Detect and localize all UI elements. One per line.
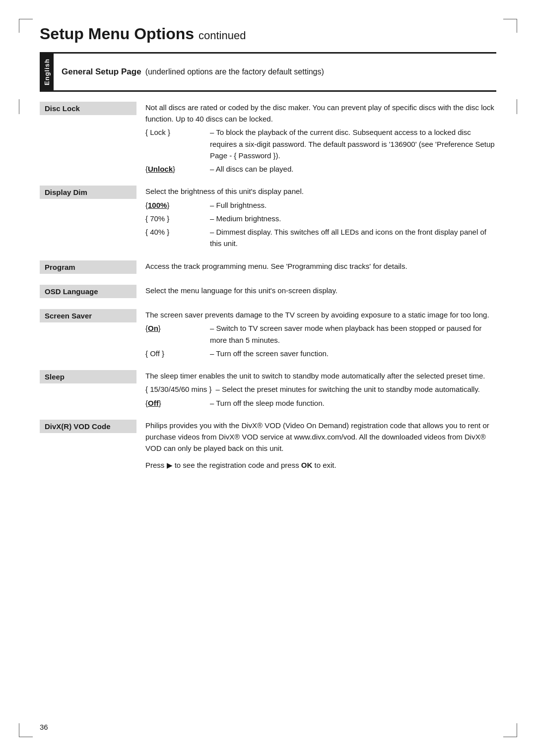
menu-label: Sleep: [40, 370, 136, 383]
menu-description-text: The screen saver prevents damage to the …: [145, 309, 496, 320]
corner-decoration: [517, 723, 517, 737]
option-desc: – Switch to TV screen saver mode when pl…: [210, 322, 496, 346]
menu-rows-container: Disc LockNot all discs are rated or code…: [40, 102, 496, 473]
option-key: {On}: [145, 322, 210, 334]
option-desc: – Turn off the screen saver function.: [210, 348, 496, 359]
option-desc: – Select the preset minutes for switchin…: [215, 383, 496, 395]
corner-decoration: [19, 19, 33, 19]
page-number: 36: [40, 723, 48, 731]
option-row: {Off}– Turn off the sleep mode function.: [145, 397, 496, 409]
menu-description: Not all discs are rated or coded by the …: [145, 102, 496, 175]
corner-decoration: [503, 737, 517, 737]
menu-description: Access the track programming menu. See '…: [145, 260, 496, 274]
menu-description: The sleep timer enables the unit to swit…: [145, 370, 496, 409]
menu-description-text: Select the menu language for this unit's…: [145, 285, 496, 296]
menu-extra-text: Press ▶ to see the registration code and…: [145, 459, 496, 471]
menu-row: DivX(R) VOD CodePhilips provides you wit…: [40, 420, 496, 473]
menu-row: SleepThe sleep timer enables the unit to…: [40, 370, 496, 409]
page-container: Setup Menu Options continued English Gen…: [0, 0, 536, 756]
option-key: { 15/30/45/60 mins }: [145, 383, 215, 395]
option-desc: – Full brightness.: [210, 199, 496, 211]
menu-description-text: Philips provides you with the DivX® VOD …: [145, 420, 496, 454]
menu-description-text: Access the track programming menu. See '…: [145, 260, 496, 272]
menu-row: Screen SaverThe screen saver prevents da…: [40, 309, 496, 359]
option-desc: – Turn off the sleep mode function.: [210, 397, 496, 409]
content-area: Disc LockNot all discs are rated or code…: [40, 92, 496, 473]
menu-description: Philips provides you with the DivX® VOD …: [145, 420, 496, 473]
option-key: {Off}: [145, 397, 210, 409]
menu-label: Screen Saver: [40, 309, 136, 322]
option-key: { Lock }: [145, 126, 210, 138]
corner-decoration: [517, 19, 517, 33]
option-row: { 40% }– Dimmest display. This switches …: [145, 226, 496, 250]
option-row: {Unlock}– All discs can be played.: [145, 163, 496, 175]
corner-decoration: [503, 19, 517, 19]
menu-row: Display DimSelect the brightness of this…: [40, 186, 496, 249]
menu-label: Display Dim: [40, 186, 136, 199]
side-mark-right: [517, 99, 517, 114]
page-title-text: Setup Menu Options: [40, 25, 194, 43]
menu-description-text: Not all discs are rated or coded by the …: [145, 102, 496, 125]
option-row: {100%}– Full brightness.: [145, 199, 496, 211]
side-mark-left: [19, 99, 19, 114]
option-key: { 40% }: [145, 226, 210, 238]
menu-row: ProgramAccess the track programming menu…: [40, 260, 496, 274]
menu-description: Select the brightness of this unit's dis…: [145, 186, 496, 249]
option-row: { 15/30/45/60 mins }– Select the preset …: [145, 383, 496, 395]
option-row: { 70% }– Medium brightness.: [145, 213, 496, 224]
page-title-continued: continued: [199, 29, 246, 42]
corner-decoration: [19, 737, 33, 737]
page-number-text: 36: [40, 723, 48, 731]
option-key: { 70% }: [145, 213, 210, 224]
menu-label: Disc Lock: [40, 102, 136, 115]
option-key: {Unlock}: [145, 163, 210, 175]
menu-label: DivX(R) VOD Code: [40, 420, 136, 433]
menu-row: Disc LockNot all discs are rated or code…: [40, 102, 496, 175]
corner-decoration: [19, 19, 19, 33]
menu-label: OSD Language: [40, 285, 136, 298]
menu-description-text: Select the brightness of this unit's dis…: [145, 186, 496, 197]
option-desc: – Medium brightness.: [210, 213, 496, 224]
sidebar-label: English: [43, 59, 51, 85]
option-row: {On}– Switch to TV screen saver mode whe…: [145, 322, 496, 346]
menu-label: Program: [40, 260, 136, 274]
corner-decoration: [19, 723, 19, 737]
menu-description: The screen saver prevents damage to the …: [145, 309, 496, 359]
menu-description-text: The sleep timer enables the unit to swit…: [145, 370, 496, 381]
section-title-text: General Setup Page: [62, 67, 141, 77]
option-desc: – To block the playback of the current d…: [210, 126, 496, 161]
section-header: English General Setup Page (underlined o…: [40, 52, 496, 92]
section-subtitle: (underlined options are the factory defa…: [145, 67, 324, 76]
menu-row: OSD LanguageSelect the menu language for…: [40, 285, 496, 298]
option-row: { Off }– Turn off the screen saver funct…: [145, 348, 496, 359]
menu-description: Select the menu language for this unit's…: [145, 285, 496, 298]
option-desc: – All discs can be played.: [210, 163, 496, 175]
english-tab: English: [40, 54, 54, 90]
option-key: { Off }: [145, 348, 210, 359]
page-title: Setup Menu Options continued: [40, 20, 496, 43]
option-desc: – Dimmest display. This switches off all…: [210, 226, 496, 250]
option-key: {100%}: [145, 199, 210, 211]
option-row: { Lock }– To block the playback of the c…: [145, 126, 496, 161]
section-title: General Setup Page (underlined options a…: [54, 54, 332, 90]
